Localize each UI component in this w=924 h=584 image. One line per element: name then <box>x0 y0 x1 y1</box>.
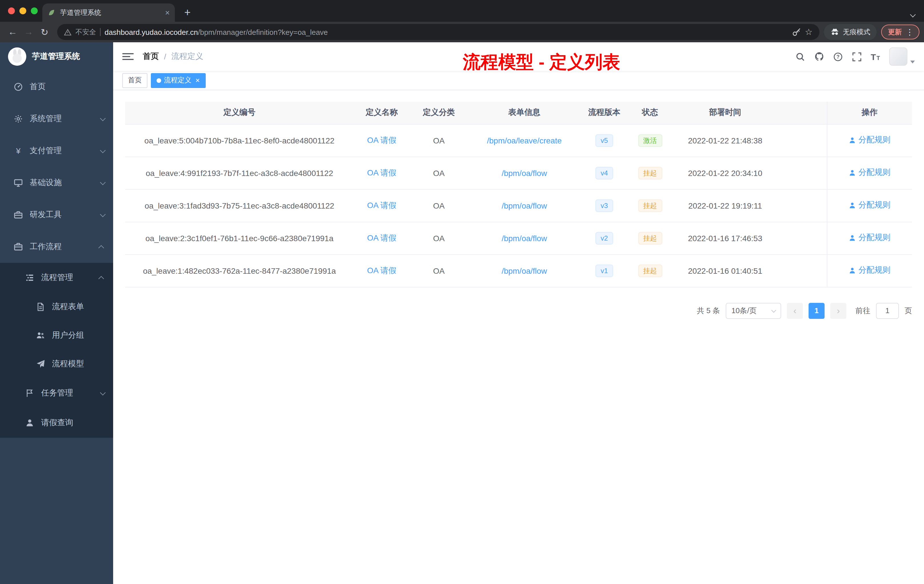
sidebar-item-workflow[interactable]: 工作流程 <box>0 231 113 263</box>
browser-tab[interactable]: 芋道管理系统 × <box>42 3 175 22</box>
cell-category: OA <box>410 157 468 189</box>
definition-name-link[interactable]: OA 请假 <box>367 233 396 242</box>
font-size-icon[interactable]: TT <box>871 52 881 61</box>
version-badge: v3 <box>596 199 613 212</box>
user-avatar-wrap[interactable] <box>889 48 915 66</box>
assign-rule-link[interactable]: 分配规则 <box>849 135 891 145</box>
sidebar-item-user-group[interactable]: 用户分组 <box>0 321 113 350</box>
status-badge: 挂起 <box>638 232 662 244</box>
sidebar-logo[interactable]: 芋道管理系统 <box>0 42 113 71</box>
cell-definition-id: oa_leave:5:004b710b-7b8a-11ec-8ef0-acde4… <box>125 124 354 157</box>
menu-kebab-icon[interactable]: ⋮ <box>906 27 914 36</box>
minimize-window-button[interactable] <box>20 7 26 14</box>
page-size-value: 10条/页 <box>731 305 757 316</box>
tab-title: 芋道管理系统 <box>60 8 160 17</box>
form-link[interactable]: /bpm/oa/leave/create <box>487 136 562 145</box>
status-badge: 挂起 <box>638 199 662 212</box>
cell-category: OA <box>410 222 468 254</box>
maximize-window-button[interactable] <box>31 7 38 14</box>
table-row: oa_leave:2:3c1f0ef1-76b1-11ec-9c66-a2380… <box>125 222 912 254</box>
sidebar-item-home[interactable]: 首页 <box>0 71 113 103</box>
dashboard-icon <box>14 82 23 91</box>
gear-icon <box>14 114 23 124</box>
assign-rule-link[interactable]: 分配规则 <box>849 233 891 243</box>
hamburger-icon[interactable] <box>122 51 134 62</box>
address-bar[interactable]: 不安全 dashboard.yudao.iocoder.cn/bpm/manag… <box>57 24 819 40</box>
tag-label: 首页 <box>128 76 142 85</box>
sidebar-item-devtools[interactable]: 研发工具 <box>0 199 113 231</box>
sidebar-item-label: 工作流程 <box>30 242 100 252</box>
chevron-down-icon <box>100 389 106 395</box>
url-text[interactable]: dashboard.yudao.iocoder.cn/bpm/manager/d… <box>105 28 788 36</box>
cell-definition-id: oa_leave:2:3c1f0ef1-76b1-11ec-9c66-a2380… <box>125 222 354 254</box>
password-key-icon[interactable] <box>792 27 801 36</box>
next-page-button[interactable]: › <box>830 303 846 318</box>
sidebar-item-leave-query[interactable]: 请假查询 <box>0 408 113 438</box>
tab-close-icon[interactable]: × <box>165 8 170 16</box>
version-badge: v4 <box>596 167 613 179</box>
action-label: 分配规则 <box>858 200 891 211</box>
forward-icon[interactable]: → <box>21 24 36 40</box>
browser-toolbar: ← → ↻ 不安全 dashboard.yudao.iocoder.cn/bpm… <box>0 22 924 42</box>
security-label[interactable]: 不安全 <box>76 27 96 37</box>
tab-search-chevron-icon[interactable] <box>911 8 915 19</box>
close-window-button[interactable] <box>8 7 15 14</box>
new-tab-button[interactable]: + <box>180 5 195 21</box>
search-icon[interactable] <box>795 51 805 62</box>
incognito-badge[interactable]: 无痕模式 <box>824 24 876 40</box>
tree-list-icon <box>25 273 34 282</box>
sidebar-item-infrastructure[interactable]: 基础设施 <box>0 167 113 199</box>
col-filler <box>778 102 827 124</box>
tag-process-definition[interactable]: 流程定义 × <box>151 73 205 88</box>
action-label: 分配规则 <box>858 168 891 178</box>
sidebar-item-label: 流程模型 <box>52 359 104 369</box>
page-number-current[interactable]: 1 <box>808 303 825 318</box>
col-process-version: 流程版本 <box>581 102 628 124</box>
form-link[interactable]: /bpm/oa/flow <box>502 168 547 177</box>
sidebar-item-payment[interactable]: ¥ 支付管理 <box>0 135 113 167</box>
assign-rule-link[interactable]: 分配规则 <box>849 266 891 276</box>
github-icon[interactable] <box>814 51 824 62</box>
sidebar-item-process-model[interactable]: 流程模型 <box>0 350 113 378</box>
form-link[interactable]: /bpm/oa/flow <box>502 233 547 243</box>
tag-close-icon[interactable]: × <box>195 76 200 84</box>
form-link[interactable]: /bpm/oa/flow <box>502 201 547 210</box>
sidebar-item-task-management[interactable]: 任务管理 <box>0 378 113 408</box>
assign-rule-link[interactable]: 分配规则 <box>849 168 891 178</box>
definition-name-link[interactable]: OA 请假 <box>367 168 396 177</box>
cell-category: OA <box>410 189 468 222</box>
annotation-page-title: 流程模型 - 定义列表 <box>463 50 620 74</box>
definition-name-link[interactable]: OA 请假 <box>367 200 396 210</box>
goto-unit: 页 <box>904 305 912 316</box>
definition-table: 定义编号 定义名称 定义分类 表单信息 流程版本 状态 部署时间 操作 <box>125 102 912 287</box>
prev-page-button[interactable]: ‹ <box>787 303 803 318</box>
tag-home[interactable]: 首页 <box>122 73 147 88</box>
help-icon[interactable]: ? <box>833 51 843 62</box>
sidebar-item-process-form[interactable]: 流程表单 <box>0 292 113 321</box>
cell-definition-id: oa_leave:1:482ec033-762a-11ec-8477-a2380… <box>125 254 354 287</box>
sidebar-item-process-management[interactable]: 流程管理 <box>0 263 113 292</box>
definition-name-link[interactable]: OA 请假 <box>367 135 396 144</box>
table-header-row: 定义编号 定义名称 定义分类 表单信息 流程版本 状态 部署时间 操作 <box>125 102 912 124</box>
bookmark-star-icon[interactable]: ☆ <box>805 27 813 37</box>
assign-rule-link[interactable]: 分配规则 <box>849 200 891 211</box>
page-size-select[interactable]: 10条/页 <box>726 303 781 318</box>
chevron-down-icon <box>771 308 776 313</box>
cell-filler <box>778 157 827 189</box>
back-icon[interactable]: ← <box>5 24 21 40</box>
version-badge: v5 <box>596 134 613 147</box>
fullscreen-icon[interactable] <box>852 51 862 62</box>
sidebar-item-label: 支付管理 <box>30 146 100 156</box>
sidebar-item-system[interactable]: 系统管理 <box>0 103 113 135</box>
cell-filler <box>778 189 827 222</box>
sidebar-item-label: 任务管理 <box>41 388 100 398</box>
breadcrumb-home[interactable]: 首页 <box>143 51 159 62</box>
update-button[interactable]: 更新 ⋮ <box>881 25 919 40</box>
col-status: 状态 <box>628 102 672 124</box>
pagination-total: 共 5 条 <box>697 305 720 316</box>
avatar[interactable] <box>889 48 908 66</box>
goto-page-input[interactable] <box>876 303 899 318</box>
definition-name-link[interactable]: OA 请假 <box>367 266 396 275</box>
reload-icon[interactable]: ↻ <box>36 24 53 40</box>
form-link[interactable]: /bpm/oa/flow <box>502 266 547 275</box>
